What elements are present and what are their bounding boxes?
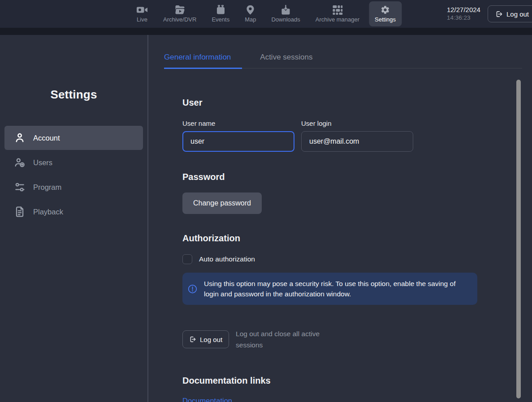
sidebar-item-label: Users — [33, 158, 52, 167]
nav-item-label: Live — [137, 16, 147, 23]
sidebar-item-label: Program — [33, 183, 61, 192]
user-fields-row: User name User login — [182, 120, 477, 152]
logout-icon — [495, 10, 503, 18]
vertical-scrollbar-thumb[interactable] — [516, 80, 521, 398]
security-warning-banner: Using this option may pose a security ri… — [182, 273, 477, 305]
events-icon — [216, 5, 225, 15]
change-password-button[interactable]: Change password — [182, 192, 262, 214]
logout-button-label: Log out — [200, 336, 222, 343]
nav-item-label: Settings — [375, 16, 396, 23]
topbar-right-group: 12/27/2024 14:36:23 Log out — [447, 0, 532, 28]
account-tabs: General information Active sessions — [164, 53, 522, 68]
username-input[interactable] — [182, 131, 294, 152]
logout-button-topbar[interactable]: Log out — [488, 5, 532, 22]
sidebar-item-users[interactable]: Users — [4, 150, 143, 175]
nav-item-events[interactable]: Events — [206, 1, 235, 26]
nav-item-archive-manager[interactable]: Archive manager — [310, 1, 365, 26]
sidebar-item-label: Playback — [33, 208, 63, 216]
nav-item-label: Events — [212, 16, 229, 23]
nav-item-map[interactable]: Map — [239, 1, 262, 26]
password-section-heading: Password — [182, 171, 477, 182]
logout-button-main[interactable]: Log out — [182, 330, 229, 348]
nav-item-settings[interactable]: Settings — [369, 1, 402, 26]
topbar-divider-strip — [0, 28, 532, 35]
login-label: User login — [301, 120, 413, 128]
tab-general-information[interactable]: General information — [164, 53, 242, 69]
documentation-section-heading: Documentation links — [182, 375, 477, 386]
auto-authorization-row[interactable]: Auto authorization — [182, 254, 477, 264]
info-icon — [188, 284, 197, 294]
video-camera-icon — [136, 5, 148, 15]
documentation-link[interactable]: Documentation — [182, 397, 232, 402]
nav-item-label: Archive/DVR — [163, 16, 196, 23]
login-field-group: User login — [301, 120, 413, 152]
sidebar-menu: Account Users Program Playback — [0, 126, 147, 224]
tab-active-sessions[interactable]: Active sessions — [260, 53, 324, 69]
login-input[interactable] — [301, 131, 413, 152]
folder-play-icon — [174, 5, 185, 15]
account-sections: User User name User login Password Chang… — [182, 97, 477, 402]
logout-description: Log out and close all active sessions — [236, 328, 334, 351]
sidebar-item-program[interactable]: Program — [4, 175, 143, 199]
nav-item-live[interactable]: Live — [130, 1, 154, 26]
security-warning-text: Using this option may pose a security ri… — [204, 278, 469, 299]
top-navigation-bar: Live Archive/DVR Events Map Downloads Ar… — [0, 0, 532, 28]
user-section-heading: User — [182, 97, 477, 108]
sidebar-item-playback[interactable]: Playback — [4, 200, 143, 224]
logout-button-label: Log out — [506, 10, 529, 18]
person-icon — [14, 132, 26, 144]
nav-item-label: Archive manager — [316, 16, 359, 23]
auto-authorization-label: Auto authorization — [199, 255, 255, 263]
username-field-group: User name — [182, 120, 294, 152]
authorization-section-heading: Authorization — [182, 233, 477, 244]
nav-item-label: Downloads — [271, 16, 300, 23]
username-label: User name — [182, 120, 294, 128]
auto-authorization-checkbox[interactable] — [182, 254, 192, 264]
sliders-icon — [14, 181, 26, 193]
document-icon — [14, 206, 26, 218]
gear-icon — [381, 5, 390, 15]
account-settings-panel: General information Active sessions User… — [148, 35, 532, 402]
logout-row: Log out Log out and close all active ses… — [182, 328, 477, 351]
nav-item-label: Map — [245, 16, 256, 23]
datetime-display: 12/27/2024 14:36:23 — [447, 6, 480, 22]
sidebar-title: Settings — [0, 88, 147, 102]
settings-sidebar: Settings Account Users Program Playback — [0, 35, 148, 402]
person-add-icon — [14, 157, 26, 168]
sidebar-item-account[interactable]: Account — [4, 126, 143, 150]
download-box-icon — [281, 5, 290, 15]
logout-icon — [189, 336, 196, 343]
main-nav: Live Archive/DVR Events Map Downloads Ar… — [130, 0, 402, 28]
nav-item-archive-dvr[interactable]: Archive/DVR — [157, 1, 202, 26]
current-date: 12/27/2024 — [447, 6, 480, 14]
blocks-grid-icon — [332, 5, 343, 15]
sidebar-item-label: Account — [33, 134, 60, 142]
current-time: 14:36:23 — [447, 14, 480, 22]
nav-item-downloads[interactable]: Downloads — [265, 1, 306, 26]
map-pin-icon — [247, 5, 255, 15]
content-area: Settings Account Users Program Playback … — [0, 35, 532, 402]
